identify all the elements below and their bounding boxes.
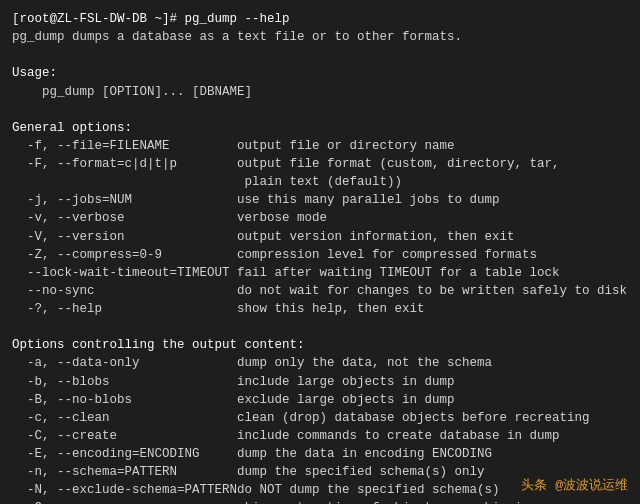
option-line: -O, --no-owner skip restoration of objec… [12,499,628,504]
general-options-list: -f, --file=FILENAME output file or direc… [12,137,628,318]
empty-line-2 [12,101,628,119]
option-line: -f, --file=FILENAME output file or direc… [12,137,628,155]
general-options-header: General options: [12,119,628,137]
option-line: -F, --format=c|d|t|p output file format … [12,155,628,173]
option-line: -b, --blobs include large objects in dum… [12,373,628,391]
option-line: -E, --encoding=ENCODING dump the data in… [12,445,628,463]
option-line: -B, --no-blobs exclude large objects in … [12,391,628,409]
empty-line-3 [12,318,628,336]
option-line: -c, --clean clean (drop) database object… [12,409,628,427]
option-line: -v, --verbose verbose mode [12,209,628,227]
option-line: plain text (default)) [12,173,628,191]
usage-cmd: pg_dump [OPTION]... [DBNAME] [12,83,628,101]
option-line: -?, --help show this help, then exit [12,300,628,318]
watermark: 头条 @波波说运维 [521,476,628,494]
option-line: --no-sync do not wait for changes to be … [12,282,628,300]
option-line: -a, --data-only dump only the data, not … [12,354,628,372]
option-line: --lock-wait-timeout=TIMEOUT fail after w… [12,264,628,282]
option-line: -V, --version output version information… [12,228,628,246]
option-line: -j, --jobs=NUM use this many parallel jo… [12,191,628,209]
output-options-header: Options controlling the output content: [12,336,628,354]
prompt-line: [root@ZL-FSL-DW-DB ~]# pg_dump --help [12,10,628,28]
usage-header: Usage: [12,64,628,82]
terminal-window: [root@ZL-FSL-DW-DB ~]# pg_dump --help pg… [0,0,640,504]
description-line: pg_dump dumps a database as a text file … [12,28,628,46]
empty-line-1 [12,46,628,64]
option-line: -C, --create include commands to create … [12,427,628,445]
option-line: -Z, --compress=0-9 compression level for… [12,246,628,264]
